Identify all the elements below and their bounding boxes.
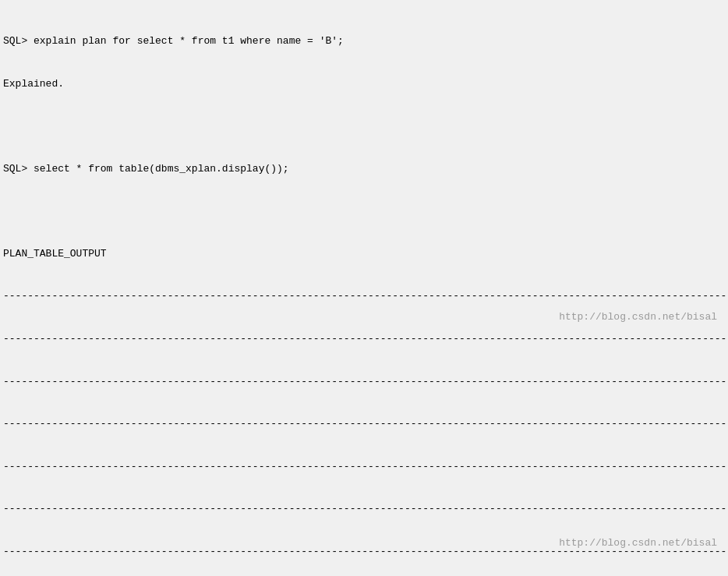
line-6: ----------------------------------------…: [3, 289, 725, 303]
line-2: [3, 120, 725, 134]
line-9: ----------------------------------------…: [3, 417, 725, 431]
line-7: ----------------------------------------…: [3, 332, 725, 346]
line-0: SQL> explain plan for select * from t1 w…: [3, 34, 725, 48]
line-11: ----------------------------------------…: [3, 502, 725, 516]
line-10: ----------------------------------------…: [3, 460, 725, 474]
line-8: ----------------------------------------…: [3, 375, 725, 389]
terminal-output: SQL> explain plan for select * from t1 w…: [3, 6, 725, 576]
watermark-bottom: http://blog.csdn.net/bisal: [559, 536, 717, 550]
watermark-top: http://blog.csdn.net/bisal: [559, 310, 717, 324]
line-5: PLAN_TABLE_OUTPUT: [3, 247, 725, 261]
line-4: [3, 204, 725, 218]
line-3: SQL> select * from table(dbms_xplan.disp…: [3, 162, 725, 176]
line-1: Explained.: [3, 77, 725, 91]
